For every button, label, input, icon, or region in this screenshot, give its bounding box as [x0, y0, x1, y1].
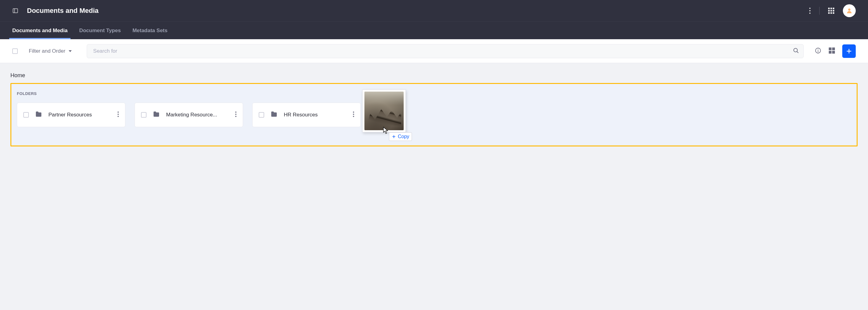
tabs-bar: Documents and Media Document Types Metad…	[0, 22, 868, 39]
folder-select-checkbox[interactable]	[141, 112, 147, 117]
svg-point-15	[794, 48, 798, 52]
tab-label: Document Types	[79, 28, 121, 34]
search-input[interactable]	[87, 44, 804, 58]
filter-order-label: Filter and Order	[29, 48, 65, 54]
svg-rect-21	[832, 47, 835, 50]
filter-order-dropdown[interactable]: Filter and Order	[29, 48, 72, 54]
svg-point-33	[353, 114, 354, 115]
svg-line-16	[797, 51, 799, 53]
folder-icon	[270, 111, 278, 119]
svg-rect-13	[833, 12, 834, 14]
svg-point-14	[848, 8, 850, 11]
apps-grid-icon[interactable]	[828, 8, 834, 14]
folder-card[interactable]: Partner Resources	[17, 103, 125, 127]
toolbar-right	[815, 44, 856, 58]
header-bar: Documents and Media	[0, 0, 868, 22]
copy-badge: Copy	[389, 132, 412, 141]
folder-card[interactable]: HR Resources	[252, 103, 361, 127]
avatar[interactable]	[843, 4, 856, 17]
svg-rect-10	[833, 10, 834, 12]
content: Home FOLDERS Partner Resources Marketin	[0, 63, 868, 156]
svg-point-29	[236, 111, 237, 113]
svg-rect-12	[831, 12, 832, 14]
breadcrumb[interactable]: Home	[10, 72, 858, 79]
svg-point-27	[118, 114, 119, 115]
header-divider	[819, 7, 819, 15]
tab-document-types[interactable]: Document Types	[79, 22, 121, 39]
folder-card[interactable]: Marketing Resource...	[134, 103, 243, 127]
add-button[interactable]	[842, 44, 856, 58]
panel-toggle-icon[interactable]	[12, 8, 19, 14]
svg-rect-7	[833, 8, 834, 9]
tab-label: Metadata Sets	[132, 28, 167, 34]
tab-metadata-sets[interactable]: Metadata Sets	[132, 22, 167, 39]
tab-documents-and-media[interactable]: Documents and Media	[12, 22, 67, 39]
info-icon[interactable]	[815, 47, 822, 55]
svg-point-34	[353, 116, 354, 117]
header-more-icon[interactable]	[809, 7, 811, 14]
folder-grid: Partner Resources Marketing Resource...	[17, 103, 851, 127]
folder-select-checkbox[interactable]	[23, 112, 29, 117]
svg-rect-9	[831, 10, 832, 12]
plus-icon	[392, 135, 396, 139]
svg-point-3	[809, 10, 811, 11]
folder-icon	[153, 111, 160, 119]
drag-preview-image	[365, 92, 404, 130]
folder-name: Partner Resources	[49, 112, 110, 118]
svg-rect-0	[13, 8, 18, 12]
svg-rect-6	[831, 8, 832, 9]
svg-point-31	[236, 116, 237, 117]
header-left: Documents and Media	[12, 7, 809, 15]
folder-more-icon[interactable]	[116, 109, 121, 120]
svg-point-28	[118, 116, 119, 117]
folder-icon	[35, 111, 42, 119]
svg-rect-20	[829, 47, 832, 50]
tab-label: Documents and Media	[12, 28, 67, 34]
svg-rect-5	[828, 8, 830, 9]
svg-point-4	[809, 12, 811, 14]
svg-rect-11	[828, 12, 830, 14]
svg-point-30	[236, 114, 237, 115]
svg-point-26	[118, 111, 119, 113]
svg-point-32	[353, 111, 354, 113]
folder-name: Marketing Resource...	[166, 112, 227, 118]
header-right	[809, 4, 856, 17]
folder-select-checkbox[interactable]	[259, 112, 264, 117]
copy-label: Copy	[398, 134, 409, 139]
folder-more-icon[interactable]	[233, 109, 239, 120]
folders-section-label: FOLDERS	[17, 91, 851, 96]
select-all-checkbox[interactable]	[12, 48, 18, 54]
drag-preview-thumbnail	[362, 90, 406, 132]
svg-rect-23	[832, 51, 835, 54]
search-icon[interactable]	[793, 47, 799, 55]
folder-more-icon[interactable]	[351, 109, 356, 120]
view-cards-icon[interactable]	[829, 47, 835, 55]
search-wrap	[87, 44, 804, 58]
svg-point-19	[818, 49, 818, 49]
page-title: Documents and Media	[27, 7, 98, 15]
drop-zone[interactable]: FOLDERS Partner Resources Marketing Reso…	[10, 83, 858, 146]
folder-name: HR Resources	[284, 112, 345, 118]
svg-rect-8	[828, 10, 830, 12]
breadcrumb-home: Home	[10, 72, 25, 78]
caret-down-icon	[68, 49, 72, 53]
svg-point-2	[809, 8, 811, 9]
svg-rect-22	[829, 51, 832, 54]
toolbar: Filter and Order	[0, 39, 868, 63]
